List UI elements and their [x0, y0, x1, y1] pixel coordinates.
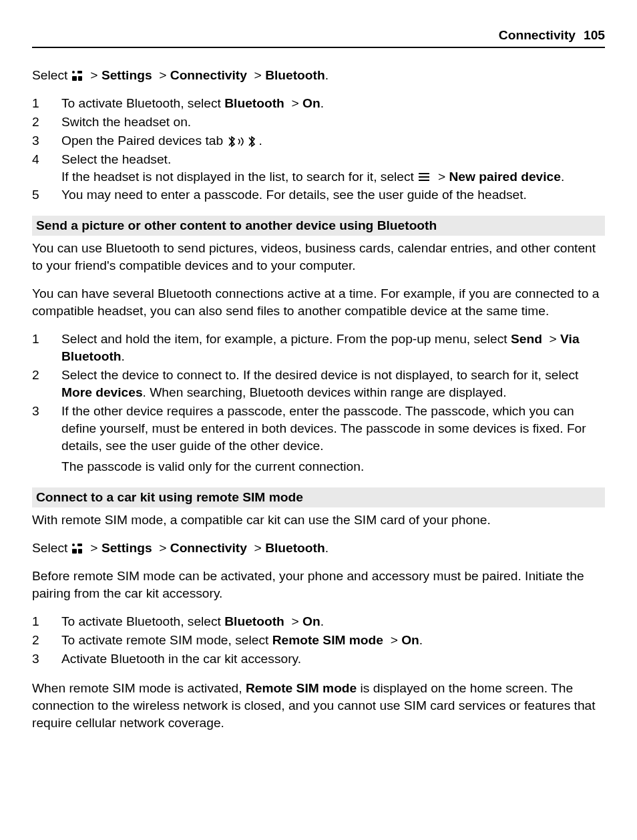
step-c2: 2 To activate remote SIM mode, select Re… — [32, 632, 605, 649]
step-body: Open the Paired devices tab . — [61, 132, 605, 150]
nav-path-2: Select > Settings > Connectivity > Bluet… — [32, 540, 605, 557]
step-body: To activate remote SIM mode, select Remo… — [61, 632, 605, 649]
svg-rect-1 — [77, 71, 82, 73]
nav-settings: Settings — [101, 68, 152, 82]
step-body: If the other device requires a passcode,… — [61, 403, 605, 476]
nav-bluetooth: Bluetooth — [265, 541, 325, 555]
svg-rect-2 — [72, 76, 77, 81]
step-1: 1 To activate Bluetooth, select Bluetoot… — [32, 95, 605, 112]
chapter-title: Connectivity — [499, 27, 576, 44]
page-header: Connectivity 105 — [32, 27, 605, 48]
step-body: To activate Bluetooth, select Bluetooth … — [61, 613, 605, 630]
section3-p1: With remote SIM mode, a compatible car k… — [32, 511, 605, 529]
nav-path-1: Select > Settings > Connectivity > Bluet… — [32, 67, 605, 84]
step-3: 3 Open the Paired devices tab . — [32, 132, 605, 150]
step-body: Select and hold the item, for example, a… — [61, 331, 605, 365]
svg-rect-9 — [72, 549, 77, 554]
steps-list-c: 1 To activate Bluetooth, select Bluetoot… — [32, 613, 605, 668]
step-body: You may need to enter a passcode. For de… — [61, 186, 605, 204]
step-number: 1 — [32, 613, 61, 630]
menu-grid-icon — [71, 543, 83, 555]
step-number: 1 — [32, 331, 61, 365]
nav-settings: Settings — [101, 541, 152, 555]
step-5: 5 You may need to enter a passcode. For … — [32, 186, 605, 204]
section2-p2: You can have several Bluetooth connectio… — [32, 285, 605, 320]
step-number: 4 — [32, 151, 61, 186]
step-number: 2 — [32, 114, 61, 131]
step-number: 3 — [32, 132, 61, 150]
step-number: 5 — [32, 186, 61, 204]
section-title-carkit: Connect to a car kit using remote SIM mo… — [32, 487, 605, 507]
step-b1: 1 Select and hold the item, for example,… — [32, 331, 605, 365]
step-4: 4 Select the headset. If the headset is … — [32, 151, 605, 186]
page-number: 105 — [584, 27, 605, 44]
nav-select-label: Select — [32, 68, 71, 82]
step-body: Activate Bluetooth in the car kit access… — [61, 650, 605, 668]
svg-rect-10 — [78, 549, 82, 554]
step-number: 2 — [32, 632, 61, 649]
step-number: 2 — [32, 367, 61, 401]
step-number: 1 — [32, 95, 61, 112]
section2-p1: You can use Bluetooth to send pictures, … — [32, 240, 605, 274]
step-b2: 2 Select the device to connect to. If th… — [32, 367, 605, 401]
step-body: Select the device to connect to. If the … — [61, 367, 605, 401]
step-body: Switch the headset on. — [61, 114, 605, 131]
bluetooth-paired-icon — [226, 136, 258, 148]
svg-rect-3 — [78, 76, 82, 81]
document-page: Connectivity 105 Select > Settings > Con… — [0, 0, 637, 769]
steps-list-a: 1 To activate Bluetooth, select Bluetoot… — [32, 95, 605, 204]
svg-rect-8 — [77, 544, 82, 546]
step-2: 2 Switch the headset on. — [32, 114, 605, 131]
svg-point-7 — [72, 544, 75, 546]
step-b3: 3 If the other device requires a passcod… — [32, 403, 605, 476]
section3-p3: When remote SIM mode is activated, Remot… — [32, 680, 605, 732]
nav-select-label: Select — [32, 541, 71, 555]
svg-point-0 — [72, 71, 75, 73]
section-title-send: Send a picture or other content to anoth… — [32, 216, 605, 236]
step-number: 3 — [32, 403, 61, 476]
steps-list-b: 1 Select and hold the item, for example,… — [32, 331, 605, 475]
step-c3: 3 Activate Bluetooth in the car kit acce… — [32, 650, 605, 668]
nav-bluetooth: Bluetooth — [265, 68, 325, 82]
nav-connectivity: Connectivity — [170, 541, 247, 555]
step-body: Select the headset. If the headset is no… — [61, 151, 605, 186]
menu-grid-icon — [71, 70, 83, 82]
section3-p2: Before remote SIM mode can be activated,… — [32, 568, 605, 602]
step-number: 3 — [32, 650, 61, 668]
nav-connectivity: Connectivity — [170, 68, 247, 82]
step-body: To activate Bluetooth, select Bluetooth … — [61, 95, 605, 112]
options-list-icon — [417, 172, 431, 182]
step-c1: 1 To activate Bluetooth, select Bluetoot… — [32, 613, 605, 630]
